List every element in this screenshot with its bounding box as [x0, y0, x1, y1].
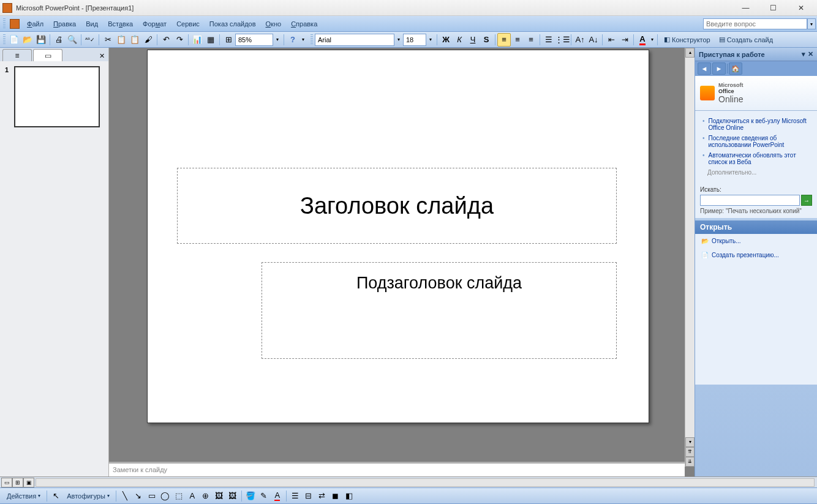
scroll-up-button[interactable]: ▴	[685, 48, 695, 58]
designer-button[interactable]: ◧Конструктор	[660, 33, 715, 47]
back-button[interactable]: ◄	[698, 62, 711, 75]
table-button[interactable]: ▦	[204, 33, 217, 47]
home-button[interactable]: 🏠	[729, 62, 742, 75]
align-right-button[interactable]: ≡	[524, 33, 538, 47]
redo-button[interactable]: ↷	[173, 33, 186, 47]
help-button[interactable]: ?	[286, 33, 299, 47]
align-center-button[interactable]: ≡	[511, 33, 524, 47]
print-button[interactable]: 🖨	[52, 33, 66, 47]
paste-button[interactable]: 📋	[128, 33, 141, 47]
close-button[interactable]: ✕	[787, 1, 815, 15]
toolbar-options[interactable]: ▾	[299, 33, 307, 47]
textbox-button[interactable]: ⬚	[172, 489, 186, 503]
autoshapes-menu[interactable]: Автофигуры ▾	[62, 489, 114, 503]
shadow-button[interactable]: S	[480, 33, 493, 47]
line-button[interactable]: ╲	[118, 489, 132, 503]
title-placeholder[interactable]: Заголовок слайда	[177, 168, 617, 244]
numbering-button[interactable]: ☰	[542, 33, 555, 47]
search-go-button[interactable]: →	[801, 195, 812, 206]
cut-button[interactable]: ✂	[101, 33, 115, 47]
menu-format[interactable]: Формат	[138, 18, 171, 29]
maximize-button[interactable]: ☐	[759, 1, 787, 15]
slides-tab[interactable]: ▭	[33, 49, 62, 61]
slideshow-view-button[interactable]: ▣	[23, 478, 34, 487]
font-color-button[interactable]: A	[636, 33, 649, 47]
grid-button[interactable]: ⊞	[222, 33, 235, 47]
select-button[interactable]: ↖	[49, 489, 62, 503]
font-color-button2[interactable]: A	[271, 489, 284, 503]
clipart-button[interactable]: 🖼	[213, 489, 226, 503]
fontsize-dropdown[interactable]: ▾	[426, 33, 435, 47]
document-icon[interactable]	[10, 19, 20, 29]
3d-style-button[interactable]: ◧	[342, 489, 356, 503]
menu-slideshow[interactable]: Показ слайдов	[205, 18, 261, 29]
normal-view-button[interactable]: ▭	[1, 478, 12, 487]
spellcheck-button[interactable]: ᴬᴮ✓	[83, 33, 97, 47]
minimize-button[interactable]: —	[732, 1, 759, 15]
actions-menu[interactable]: Действия ▾	[2, 489, 45, 503]
help-search-input[interactable]	[703, 18, 807, 29]
update-link[interactable]: Автоматически обновлять этот список из В…	[698, 150, 815, 167]
new-slide-button[interactable]: ▤Создать слайд	[715, 33, 777, 47]
menu-file[interactable]: Файл	[22, 18, 48, 29]
arrow-button[interactable]: ↘	[132, 489, 145, 503]
decrease-indent-button[interactable]: ⇤	[604, 33, 618, 47]
grip-icon[interactable]	[311, 34, 313, 45]
outline-tab[interactable]: ≡	[2, 49, 32, 61]
menu-help[interactable]: Справка	[286, 18, 322, 29]
diagram-button[interactable]: ⊕	[199, 489, 213, 503]
grip-icon[interactable]	[3, 18, 6, 29]
font-combo[interactable]	[315, 34, 394, 46]
news-link[interactable]: Последние сведения об использовании Powe…	[698, 133, 815, 150]
taskpane-menu-icon[interactable]: ▾	[802, 50, 805, 58]
picture-button[interactable]: 🖼	[226, 489, 239, 503]
help-dropdown[interactable]: ▾	[807, 18, 816, 29]
new-button[interactable]: 📄	[7, 33, 21, 47]
decrease-font-button[interactable]: A↓	[587, 33, 600, 47]
copy-button[interactable]: 📋	[115, 33, 128, 47]
forward-button[interactable]: ►	[712, 62, 726, 75]
search-input[interactable]	[700, 195, 800, 206]
vertical-scrollbar[interactable]: ▴ ▾ ⇈ ⇊	[685, 48, 695, 467]
slide-thumbnail[interactable]	[14, 66, 100, 127]
fill-color-button[interactable]: 🪣	[244, 489, 257, 503]
slide-canvas[interactable]: Заголовок слайда Подзаголовок слайда	[147, 50, 649, 423]
outline-close[interactable]: ✕	[98, 51, 106, 61]
line-color-button[interactable]: ✎	[257, 489, 271, 503]
oval-button[interactable]: ◯	[159, 489, 172, 503]
zoom-combo[interactable]	[235, 34, 273, 46]
bullets-button[interactable]: ⋮☰	[555, 33, 569, 47]
menu-view[interactable]: Вид	[81, 18, 103, 29]
line-style-button[interactable]: ☰	[288, 489, 302, 503]
undo-button[interactable]: ↶	[159, 33, 173, 47]
preview-button[interactable]: 🔍	[66, 33, 79, 47]
open-button[interactable]: 📂	[21, 33, 34, 47]
increase-font-button[interactable]: A↑	[573, 33, 587, 47]
zoom-dropdown[interactable]: ▾	[273, 33, 282, 47]
taskpane-close[interactable]: ✕	[808, 50, 813, 58]
fontsize-combo[interactable]	[403, 34, 426, 46]
more-link[interactable]: Дополнительно...	[698, 167, 815, 178]
dash-style-button[interactable]: ⊟	[302, 489, 315, 503]
open-action[interactable]: 📂 Открыть...	[695, 234, 817, 248]
notes-pane[interactable]: Заметки к слайду	[109, 462, 685, 476]
prev-slide-button[interactable]: ⇈	[685, 447, 695, 457]
shadow-style-button[interactable]: ◼	[329, 489, 342, 503]
horizontal-scrollbar[interactable]	[36, 478, 815, 487]
bold-button[interactable]: Ж	[439, 33, 453, 47]
next-slide-button[interactable]: ⇊	[685, 457, 695, 467]
fontcolor-dropdown[interactable]: ▾	[649, 33, 655, 47]
menu-tools[interactable]: Сервис	[171, 18, 205, 29]
subtitle-placeholder[interactable]: Подзаголовок слайда	[262, 262, 617, 359]
sorter-view-button[interactable]: ⊞	[12, 478, 23, 487]
save-button[interactable]: 💾	[34, 33, 48, 47]
grip-icon[interactable]	[3, 34, 6, 45]
connect-link[interactable]: Подключиться к веб-узлу Microsoft Office…	[698, 116, 815, 133]
create-action[interactable]: 📄 Создать презентацию...	[695, 248, 817, 262]
chart-button[interactable]: 📊	[190, 33, 204, 47]
scroll-down-button[interactable]: ▾	[685, 437, 695, 447]
menu-edit[interactable]: Правка	[48, 18, 81, 29]
underline-button[interactable]: Ч	[466, 33, 480, 47]
rectangle-button[interactable]: ▭	[145, 489, 159, 503]
italic-button[interactable]: К	[453, 33, 466, 47]
